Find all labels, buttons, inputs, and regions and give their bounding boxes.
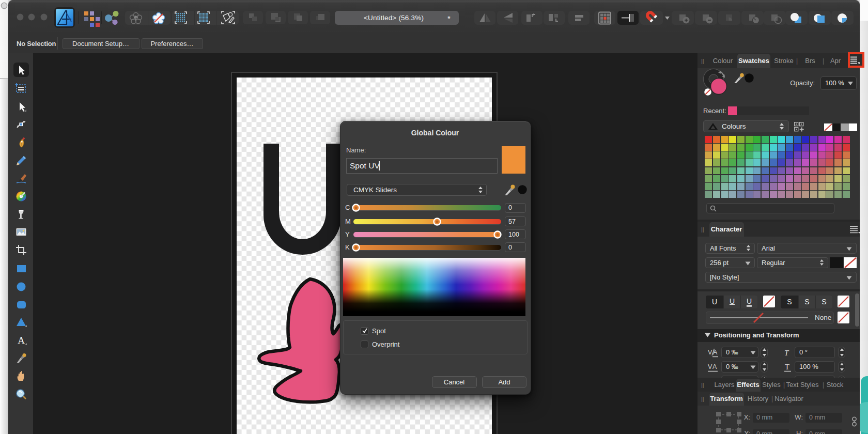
- svg-text:V: V: [708, 349, 712, 356]
- svg-text:T: T: [784, 349, 789, 357]
- svg-text:V: V: [708, 363, 712, 370]
- svg-text:A: A: [712, 363, 717, 370]
- svg-text:T: T: [785, 363, 789, 371]
